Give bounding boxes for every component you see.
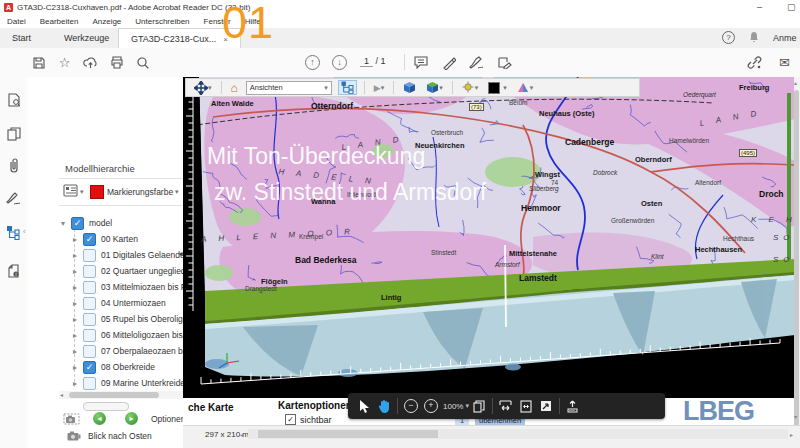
attachments-icon[interactable] (5, 157, 22, 174)
tree-expander-icon[interactable]: ▸ (73, 379, 83, 388)
page-number-input[interactable]: 1 (360, 56, 373, 67)
panel-splitter-handle[interactable] (83, 402, 129, 411)
hscroll-right-icon[interactable]: ▸ (790, 431, 793, 439)
organize-pages-icon[interactable] (5, 125, 22, 142)
tree-checkbox[interactable]: ✓ (83, 361, 96, 374)
email-icon[interactable]: ✉ (776, 54, 793, 71)
tree-checkbox[interactable] (83, 265, 96, 278)
tree-expander-icon[interactable]: ▸ (73, 363, 83, 372)
background-color-swatch[interactable]: ▾ (486, 82, 509, 94)
tree-checkbox[interactable]: ✓ (71, 217, 84, 230)
lighting-icon[interactable]: ▾ (460, 81, 481, 94)
marker-color-label[interactable]: Markierungsfarbe (107, 187, 173, 197)
cloud-upload-icon[interactable] (82, 54, 99, 71)
projection-cube-icon[interactable] (401, 81, 418, 94)
tree-checkbox[interactable] (83, 313, 96, 326)
document-vscrollbar[interactable]: ▴ ▾ (794, 77, 800, 425)
comment-icon[interactable] (412, 54, 429, 71)
highlight-icon[interactable] (440, 54, 457, 71)
tree-item-09-marine-unterkreide[interactable]: ▸09 Marine Unterkreide (73, 375, 185, 391)
views-options-label[interactable]: Optionen (151, 414, 186, 424)
sign-in-link[interactable]: Anme (773, 33, 797, 43)
marker-color-swatch[interactable] (90, 185, 104, 199)
panel-expander-icon[interactable]: ‹ (23, 228, 25, 235)
model-tree-toggle-icon[interactable] (338, 80, 357, 95)
previous-view-icon[interactable]: ◂ (93, 412, 106, 425)
search-icon[interactable] (134, 54, 151, 71)
tree-expander-icon[interactable]: ▸ (73, 299, 83, 308)
star-icon[interactable]: ☆ (56, 54, 73, 71)
sign-icon[interactable] (468, 54, 485, 71)
page-thumbnails-icon[interactable] (469, 396, 489, 416)
document-hscrollbar[interactable] (248, 429, 788, 439)
fit-page-icon[interactable] (516, 396, 536, 416)
new-view-icon[interactable] (63, 413, 80, 425)
zoom-in-icon[interactable]: + (421, 396, 441, 416)
next-view-icon[interactable]: ▸ (125, 412, 138, 425)
menu-item-bearbeiten[interactable]: Bearbeiten (33, 17, 86, 26)
zoom-level-value[interactable]: 100% (443, 402, 463, 411)
tab-start[interactable]: Start (0, 28, 43, 48)
show-toolbar-icon[interactable] (563, 396, 583, 416)
doc-scroll-up-icon[interactable]: ▴ (794, 79, 797, 87)
play-animation-icon[interactable]: ▶▾ (372, 83, 386, 93)
tree-item-02-quartaer-ungegliedert[interactable]: ▸02 Quartaer ungegliedert (73, 263, 196, 279)
signatures-icon[interactable] (5, 190, 22, 207)
tree-checkbox[interactable] (83, 281, 96, 294)
tree-checkbox[interactable] (83, 345, 96, 358)
hscroll-left-icon[interactable]: ◂ (240, 431, 243, 439)
marker-color-caret-icon[interactable]: ▾ (175, 188, 179, 196)
tree-expander-icon[interactable]: ▸ (73, 283, 83, 292)
select-tool-icon[interactable] (354, 396, 374, 416)
visible-checkbox[interactable]: ✓ (285, 414, 296, 425)
tree-item-model[interactable]: ▾✓model (61, 215, 112, 231)
tab-werkzeuge[interactable]: Werkzeuge (52, 28, 121, 48)
render-mode-icon[interactable]: ▾ (424, 81, 445, 94)
tree-checkbox[interactable] (83, 377, 96, 390)
model-tree-icon[interactable] (5, 224, 22, 241)
menu-item-datei[interactable]: Datei (0, 17, 33, 26)
tree-checkbox[interactable] (83, 329, 96, 342)
previous-page-icon[interactable]: ↑ (305, 55, 320, 70)
doc-scroll-down-icon[interactable]: ▾ (794, 413, 797, 421)
cross-section-icon[interactable]: ▾ (515, 82, 536, 94)
bell-icon[interactable] (748, 31, 760, 43)
zoom-out-icon[interactable]: − (401, 396, 421, 416)
save-icon[interactable] (30, 54, 47, 71)
fullscreen-icon[interactable] (536, 396, 556, 416)
views-dropdown[interactable]: Ansichten ▾ (246, 81, 332, 95)
tree-expander-icon[interactable]: ▸ (73, 235, 83, 244)
hand-tool-icon[interactable] (374, 396, 394, 416)
tree-expander-icon[interactable]: ▸ (73, 267, 83, 276)
rotate-tool-icon[interactable]: ▾ (192, 81, 214, 95)
menu-item-anzeige[interactable]: Anzeige (85, 17, 128, 26)
tree-expander-icon[interactable]: ▾ (61, 219, 71, 228)
fit-width-icon[interactable] (496, 396, 516, 416)
tree-checkbox[interactable] (83, 249, 96, 262)
3d-annotation-view[interactable]: Alten WaldeOtterndorf(73)BelumNeuhaus (O… (183, 77, 795, 398)
tree-hscrollbar[interactable]: ◂ ▸ (59, 391, 197, 399)
tree-checkbox[interactable]: ✓ (83, 233, 96, 246)
tree-expander-icon[interactable]: ▸ (73, 251, 83, 260)
view-options-caret-icon[interactable]: ▾ (80, 188, 84, 196)
tree-expander-icon[interactable]: ▸ (73, 347, 83, 356)
maximize-button[interactable]: ▢ (787, 2, 796, 12)
menu-item-unterschreiben[interactable]: Unterschreiben (128, 17, 196, 26)
export-pdf-icon[interactable] (5, 91, 22, 108)
tree-item-08-oberkreide[interactable]: ▸✓08 Oberkreide (73, 359, 155, 375)
send-for-review-icon[interactable] (496, 54, 513, 71)
print-icon[interactable] (108, 54, 125, 71)
document-properties-icon[interactable]: i (5, 262, 22, 279)
view-options-icon[interactable] (63, 184, 78, 197)
help-icon[interactable]: ? (722, 31, 735, 44)
tree-item-00-karten[interactable]: ▸✓00 Karten (73, 231, 138, 247)
tree-expander-icon[interactable]: ▸ (73, 331, 83, 340)
tree-checkbox[interactable] (83, 297, 96, 310)
minimize-button[interactable]: – (757, 2, 762, 12)
page-indicator[interactable]: 1 / 1 (360, 56, 386, 66)
default-view-home-icon[interactable]: ⌂ (229, 81, 240, 95)
tree-item-04-untermiozaen[interactable]: ▸04 Untermiozaen (73, 295, 166, 311)
link-icon[interactable] (746, 54, 763, 71)
panel-collapse-icon[interactable]: ◄ (177, 250, 184, 257)
tree-expander-icon[interactable]: ▸ (73, 315, 83, 324)
